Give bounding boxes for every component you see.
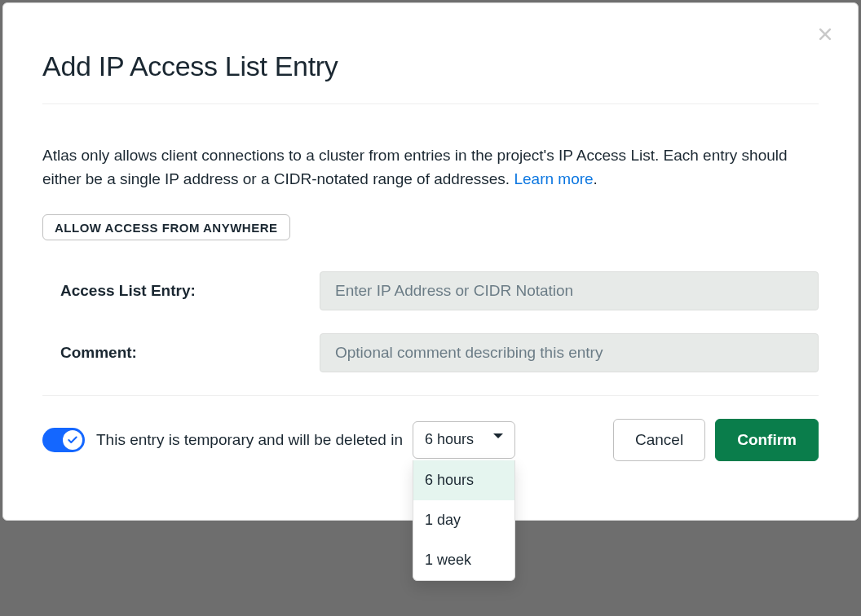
learn-more-link[interactable]: Learn more [514,170,593,187]
comment-row: Comment: [42,333,819,372]
temporary-label: This entry is temporary and will be dele… [96,431,403,449]
comment-input[interactable] [320,333,819,372]
description-text: Atlas only allows client connections to … [42,147,788,187]
footer-buttons: Cancel Confirm [613,419,819,461]
expiry-dropdown: 6 hours 1 day 1 week [413,460,515,581]
modal-footer: This entry is temporary and will be dele… [42,396,819,461]
add-ip-access-modal: Add IP Access List Entry Atlas only allo… [2,2,859,521]
modal-title: Add IP Access List Entry [42,51,819,82]
check-icon [67,434,78,446]
access-entry-row: Access List Entry: [42,271,819,310]
expiry-select[interactable]: 6 hours 6 hours 1 day 1 week [413,421,515,459]
expiry-option-1-day[interactable]: 1 day [413,500,514,540]
access-entry-input[interactable] [320,271,819,310]
expiry-selected-value: 6 hours [425,431,474,448]
access-entry-label: Access List Entry: [42,282,320,300]
expiry-select-box[interactable]: 6 hours [413,421,515,459]
expiry-option-6-hours[interactable]: 6 hours [413,460,514,500]
cancel-button[interactable]: Cancel [613,419,705,461]
modal-description: Atlas only allows client connections to … [42,143,819,191]
chevron-down-icon [493,433,503,438]
close-icon[interactable] [815,24,835,44]
form: Access List Entry: Comment: [42,271,819,372]
expiry-option-1-week[interactable]: 1 week [413,540,514,580]
comment-label: Comment: [42,344,320,362]
temporary-toggle[interactable] [42,428,85,452]
divider [42,103,819,104]
confirm-button[interactable]: Confirm [715,419,819,461]
allow-access-anywhere-button[interactable]: ALLOW ACCESS FROM ANYWHERE [42,214,290,240]
